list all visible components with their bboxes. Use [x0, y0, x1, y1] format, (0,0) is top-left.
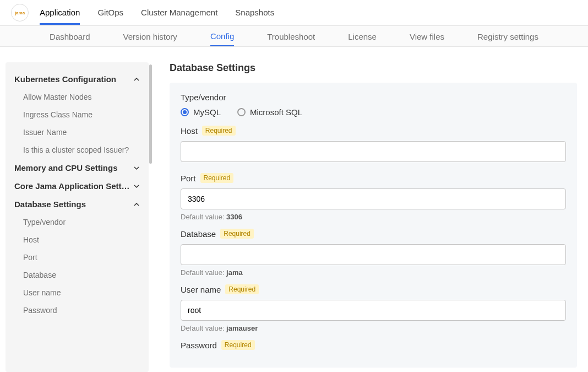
database-default: Default value: jama	[181, 268, 566, 277]
chevron-up-icon	[133, 76, 140, 83]
sidebar-item-ingress-class-name[interactable]: Ingress Class Name	[6, 106, 149, 123]
section-title: Database Settings	[14, 200, 86, 209]
nav-application[interactable]: Application	[40, 1, 80, 25]
type-vendor-label: Type/vendor	[181, 93, 566, 102]
chevron-down-icon	[133, 165, 140, 171]
host-label: Host	[181, 126, 198, 136]
radio-mssql[interactable]: Microsoft SQL	[237, 107, 302, 117]
sidebar-item-database[interactable]: Database	[6, 266, 149, 284]
radio-mysql-label: MySQL	[193, 107, 221, 117]
scrollbar-thumb[interactable]	[149, 64, 152, 164]
required-badge: Required	[225, 284, 259, 294]
port-input[interactable]	[181, 188, 566, 209]
main-content: Database Settings Type/vendor MySQL Micr…	[170, 62, 582, 372]
subnav-registry-settings[interactable]: Registry settings	[477, 27, 538, 46]
sidebar-item-username[interactable]: User name	[6, 284, 149, 301]
database-input[interactable]	[181, 244, 566, 265]
sidebar-item-issuer-name[interactable]: Issuer Name	[6, 123, 149, 141]
required-badge: Required	[221, 340, 255, 350]
chevron-down-icon	[133, 183, 140, 190]
sub-nav: Dashboard Version history Config Trouble…	[0, 26, 588, 47]
subnav-view-files[interactable]: View files	[410, 27, 444, 46]
section-database-settings[interactable]: Database Settings	[6, 195, 149, 213]
top-nav-items: Application GitOps Cluster Management Sn…	[40, 1, 274, 25]
sidebar-item-host[interactable]: Host	[6, 231, 149, 249]
username-default: Default value: jamauser	[181, 324, 566, 332]
required-badge: Required	[200, 173, 234, 183]
sidebar-item-password[interactable]: Password	[6, 301, 149, 319]
section-title: Core Jama Application Setti…	[14, 181, 130, 191]
top-nav: jama Application GitOps Cluster Manageme…	[0, 0, 588, 26]
required-badge: Required	[202, 126, 236, 136]
subnav-dashboard[interactable]: Dashboard	[50, 27, 90, 46]
port-label: Port	[181, 174, 196, 183]
radio-mssql-input[interactable]	[237, 108, 246, 116]
required-badge: Required	[220, 229, 254, 239]
sidebar-item-allow-master-nodes[interactable]: Allow Master Nodes	[6, 88, 149, 106]
host-input[interactable]	[181, 141, 566, 162]
config-sidebar: Kubernetes Configuration Allow Master No…	[6, 62, 149, 372]
username-input[interactable]	[181, 300, 566, 321]
subnav-troubleshoot[interactable]: Troubleshoot	[267, 27, 315, 46]
nav-gitops[interactable]: GitOps	[97, 1, 123, 25]
nav-snapshots[interactable]: Snapshots	[235, 1, 274, 25]
section-title: Memory and CPU Settings	[14, 163, 118, 172]
port-default: Default value: 3306	[181, 213, 566, 221]
sidebar-item-port[interactable]: Port	[6, 249, 149, 266]
section-memory-cpu[interactable]: Memory and CPU Settings	[6, 159, 149, 177]
password-label: Password	[181, 341, 217, 350]
username-label: User name	[181, 285, 221, 294]
subnav-version-history[interactable]: Version history	[123, 27, 177, 46]
sidebar-item-type-vendor[interactable]: Type/vendor	[6, 213, 149, 231]
radio-mssql-label: Microsoft SQL	[250, 107, 302, 117]
radio-mysql[interactable]: MySQL	[181, 107, 221, 117]
page-title: Database Settings	[170, 62, 577, 74]
section-title: Kubernetes Configuration	[14, 74, 116, 84]
section-core-jama-app[interactable]: Core Jama Application Setti…	[6, 177, 149, 195]
database-label: Database	[181, 229, 216, 239]
chevron-up-icon	[133, 201, 140, 208]
section-kubernetes-config[interactable]: Kubernetes Configuration	[6, 70, 149, 88]
app-logo: jama	[11, 4, 29, 21]
subnav-license[interactable]: License	[348, 27, 377, 46]
nav-cluster-management[interactable]: Cluster Management	[141, 1, 217, 25]
sidebar-item-cluster-scoped-issuer[interactable]: Is this a cluster scoped Issuer?	[6, 141, 149, 159]
database-settings-form: Type/vendor MySQL Microsoft SQL Host	[170, 83, 577, 368]
subnav-config[interactable]: Config	[210, 26, 234, 46]
radio-mysql-input[interactable]	[181, 108, 189, 116]
